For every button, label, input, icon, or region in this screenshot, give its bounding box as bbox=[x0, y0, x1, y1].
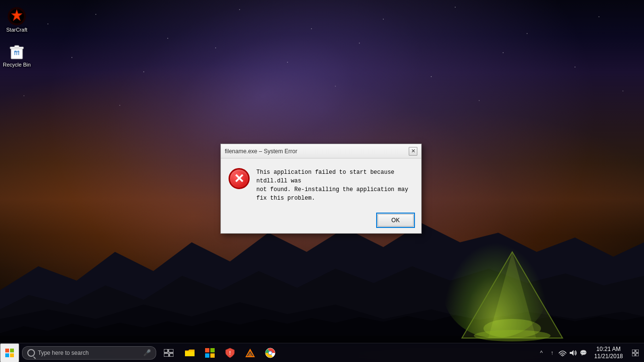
tray-volume-icon[interactable] bbox=[568, 343, 578, 362]
svg-rect-25 bbox=[205, 353, 209, 358]
store-button[interactable] bbox=[200, 343, 219, 362]
vlc-button[interactable] bbox=[241, 343, 260, 362]
svg-point-34 bbox=[562, 355, 563, 356]
dialog-title: filename.exe – System Error bbox=[225, 148, 297, 155]
file-explorer-button[interactable] bbox=[180, 343, 199, 362]
dialog-ok-button[interactable]: OK bbox=[378, 214, 414, 226]
task-view-button[interactable] bbox=[159, 343, 178, 362]
svg-rect-39 bbox=[636, 353, 639, 356]
svg-rect-23 bbox=[205, 348, 209, 352]
tent bbox=[452, 242, 572, 348]
search-icon bbox=[27, 349, 35, 357]
dialog-close-button[interactable]: ✕ bbox=[409, 147, 417, 156]
starcraft-label: StarCraft bbox=[6, 27, 27, 33]
starcraft-icon-container[interactable]: StarCraft bbox=[0, 5, 34, 35]
dialog-titlebar: filename.exe – System Error ✕ bbox=[221, 144, 421, 158]
clock-date: 11/21/2018 bbox=[594, 353, 623, 360]
start-button[interactable] bbox=[0, 343, 19, 362]
svg-marker-35 bbox=[570, 350, 574, 356]
clock-time: 10:21 AM bbox=[597, 346, 621, 352]
taskbar-search[interactable]: Type here to search 🎤 bbox=[22, 346, 156, 360]
svg-rect-17 bbox=[5, 353, 9, 357]
tray-icons: ^ ↑ 💬 bbox=[537, 343, 588, 362]
error-dialog: filename.exe – System Error ✕ ✕ This app… bbox=[220, 144, 422, 234]
svg-rect-36 bbox=[632, 350, 635, 352]
svg-rect-22 bbox=[170, 353, 173, 357]
svg-rect-21 bbox=[164, 353, 169, 357]
dialog-footer: OK bbox=[221, 210, 421, 233]
recycle-bin-icon-container[interactable]: Recycle Bin bbox=[0, 40, 34, 70]
notification-button[interactable] bbox=[629, 343, 642, 362]
tray-show-hidden[interactable]: ^ bbox=[537, 343, 546, 362]
svg-rect-20 bbox=[169, 349, 173, 352]
dialog-body: ✕ This application failed to start becau… bbox=[221, 158, 421, 210]
tray-up-icon[interactable]: ↑ bbox=[547, 343, 557, 362]
error-message: This application failed to start because… bbox=[256, 168, 414, 203]
svg-rect-26 bbox=[210, 353, 215, 358]
microphone-icon: 🎤 bbox=[143, 349, 151, 356]
recycle-bin-label: Recycle Bin bbox=[3, 62, 31, 68]
system-tray: ^ ↑ 💬 bbox=[537, 343, 644, 362]
taskbar-apps: ! bbox=[180, 343, 280, 362]
search-placeholder-text: Type here to search bbox=[38, 350, 89, 356]
desktop: StarCraft Recycle Bin bbox=[0, 0, 644, 362]
chrome-button[interactable] bbox=[261, 343, 280, 362]
svg-rect-24 bbox=[210, 348, 215, 352]
clock-area[interactable]: 10:21 AM 11/21/2018 bbox=[590, 343, 627, 362]
svg-rect-14 bbox=[14, 45, 19, 47]
error-icon-circle: ✕ bbox=[229, 168, 250, 189]
tray-message-icon[interactable]: 💬 bbox=[579, 343, 588, 362]
svg-rect-37 bbox=[636, 350, 639, 352]
svg-rect-15 bbox=[5, 349, 9, 352]
svg-point-33 bbox=[269, 351, 272, 354]
starcraft-icon bbox=[7, 7, 26, 26]
svg-rect-18 bbox=[10, 353, 14, 357]
svg-point-9 bbox=[474, 330, 551, 341]
svg-text:!: ! bbox=[229, 351, 230, 356]
error-icon: ✕ bbox=[229, 168, 250, 189]
taskbar: Type here to search 🎤 bbox=[0, 343, 644, 362]
desktop-icons: StarCraft Recycle Bin bbox=[0, 5, 34, 70]
svg-rect-19 bbox=[164, 349, 168, 352]
tray-network-icon[interactable] bbox=[558, 343, 567, 362]
svg-rect-16 bbox=[10, 349, 14, 352]
recycle-bin-icon bbox=[7, 42, 26, 61]
svg-rect-38 bbox=[632, 353, 635, 356]
shield-button[interactable]: ! bbox=[220, 343, 240, 362]
